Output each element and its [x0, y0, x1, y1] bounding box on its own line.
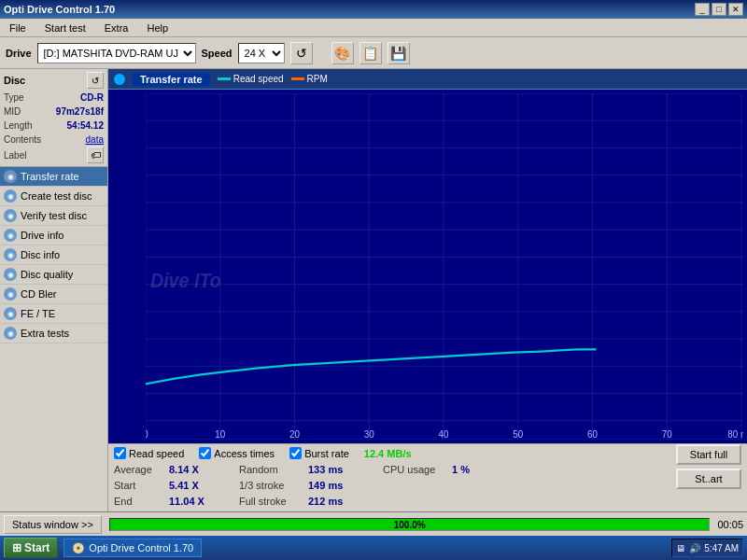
nav-transfer-rate[interactable]: ◉ Transfer rate [0, 167, 107, 187]
chart-header-icon [114, 74, 125, 85]
close-button[interactable]: ✕ [728, 3, 743, 16]
disc-length-row: Length 54:54.12 [4, 119, 104, 133]
stroke13-value: 149 ms [308, 478, 364, 493]
nav-transfer-rate-label: Transfer rate [21, 171, 79, 182]
drive-select[interactable]: [D:] MATSHITA DVD-RAM UJ-851S 1.50 [37, 43, 196, 63]
svg-text:40: 40 [439, 427, 449, 440]
disc-refresh-button[interactable]: ↺ [87, 72, 104, 89]
average-value: 8.14 X [169, 462, 220, 477]
app-title: Opti Drive Control 1.70 [4, 4, 115, 15]
nav-cd-bler[interactable]: ◉ CD Bler [0, 285, 107, 304]
svg-text:10: 10 [215, 427, 225, 440]
chart-svg: 48 X 44 X 40 X 36 X 32 X 28 X 24 X 20 X … [146, 93, 743, 440]
fullstroke-label: Full stroke [239, 494, 304, 509]
stop-button[interactable]: St..art [676, 469, 741, 489]
stat-col-mid: Random 133 ms 1/3 stroke 149 ms Full str… [239, 462, 364, 509]
nav-drive-info[interactable]: ◉ Drive info [0, 226, 107, 245]
svg-text:30: 30 [364, 427, 374, 440]
cpu-label: CPU usage [383, 462, 448, 477]
network-icon: 🖥 [676, 543, 685, 553]
disc-quality-icon: ◉ [4, 268, 17, 281]
verify-test-icon: ◉ [4, 209, 17, 222]
copy-button[interactable]: 📋 [359, 42, 382, 64]
disc-mid-value: 97m27s18f [56, 105, 104, 119]
save-button[interactable]: 💾 [388, 42, 410, 64]
menu-file[interactable]: File [4, 21, 32, 35]
title-controls: _ □ ✕ [695, 3, 743, 16]
start-full-button[interactable]: Start full [676, 444, 741, 465]
minimize-button[interactable]: _ [695, 3, 710, 16]
disc-type-value: CD-R [80, 91, 104, 105]
color-button[interactable]: 🎨 [331, 42, 354, 64]
taskbar-right: 🖥 🔊 5:47 AM [671, 539, 743, 557]
speed-select[interactable]: 24 X [238, 43, 285, 63]
cd-bler-icon: ◉ [4, 287, 17, 301]
read-speed-checkbox[interactable]: Read speed [114, 447, 184, 459]
toolbar: Drive [D:] MATSHITA DVD-RAM UJ-851S 1.50… [0, 37, 747, 69]
nav-disc-info[interactable]: ◉ Disc info [0, 245, 107, 265]
menu-bar: File Start test Extra Help [0, 19, 747, 37]
nav-create-test-label: Create test disc [21, 190, 92, 202]
svg-text:20: 20 [289, 427, 300, 440]
random-value: 133 ms [308, 462, 364, 477]
chart-area: 48 X 44 X 40 X 36 X 32 X 28 X 24 X 20 X … [108, 90, 747, 443]
taskbar: ⊞ Start 📀 Opti Drive Control 1.70 🖥 🔊 5:… [0, 536, 747, 560]
stat-random-row: Random 133 ms [239, 462, 364, 477]
checkbox-row: Read speed Access times Burst rate 12.4 … [114, 447, 741, 459]
maximize-button[interactable]: □ [712, 3, 726, 16]
legend-read-speed-label: Read speed [233, 74, 284, 84]
chart-header: Transfer rate Read speed RPM [108, 69, 747, 90]
read-speed-check[interactable] [114, 447, 126, 459]
svg-text:70: 70 [662, 427, 672, 440]
nav-disc-quality[interactable]: ◉ Disc quality [0, 265, 107, 285]
refresh-button[interactable]: ↺ [290, 42, 313, 64]
taskbar-opti-drive[interactable]: 📀 Opti Drive Control 1.70 [63, 539, 202, 557]
nav-verify-test-disc[interactable]: ◉ Verify test disc [0, 206, 107, 226]
svg-rect-0 [146, 93, 743, 440]
random-label: Random [239, 462, 304, 477]
chart-title: Transfer rate [133, 73, 210, 86]
end-value: 11.04 X [169, 494, 220, 509]
svg-text:Dive ITo: Dive ITo [150, 269, 221, 291]
status-bar: Status window >> 100.0% 00:05 [0, 511, 747, 536]
stat-end-row: End 11.04 X [114, 494, 220, 509]
taskbar-item-label: Opti Drive Control 1.70 [89, 542, 193, 553]
svg-text:80 min: 80 min [727, 427, 743, 440]
stat-col-right: CPU usage 1 % [383, 462, 508, 509]
volume-icon: 🔊 [689, 543, 700, 553]
extra-tests-icon: ◉ [4, 327, 17, 340]
stat-start-row: Start 5.41 X [114, 478, 220, 493]
speed-label: Speed [202, 48, 233, 59]
windows-logo: ⊞ [12, 541, 21, 554]
stop-label: St..art [695, 473, 722, 484]
start-button[interactable]: ⊞ Start [4, 538, 58, 558]
menu-extra[interactable]: Extra [99, 21, 134, 35]
cpu-value: 1 % [452, 462, 508, 477]
nav-fe-te-label: FE / TE [21, 308, 55, 319]
clock-time: 5:47 AM [704, 543, 739, 553]
chart-legend: Read speed RPM [218, 74, 328, 84]
create-test-icon: ◉ [4, 189, 17, 203]
disc-type-row: Type CD-R [4, 91, 104, 105]
fullstroke-value: 212 ms [308, 494, 364, 509]
menu-start-test[interactable]: Start test [39, 21, 92, 35]
status-window-button[interactable]: Status window >> [4, 515, 102, 534]
access-times-checkbox[interactable]: Access times [199, 447, 275, 459]
disc-contents-value[interactable]: data [86, 133, 104, 147]
legend-read-speed-color [218, 77, 231, 80]
burst-rate-check[interactable] [289, 447, 302, 459]
nav-verify-test-label: Verify test disc [21, 210, 87, 221]
svg-text:0: 0 [146, 427, 148, 440]
disc-section: Disc ↺ Type CD-R MID 97m27s18f Length 54… [0, 69, 107, 167]
disc-label-button[interactable]: 🏷 [87, 147, 104, 163]
nav-create-test-disc[interactable]: ◉ Create test disc [0, 187, 107, 206]
nav-disc-info-label: Disc info [21, 249, 60, 260]
nav-fe-te[interactable]: ◉ FE / TE [0, 304, 107, 324]
disc-label-label: Label [4, 148, 26, 162]
access-times-check[interactable] [199, 447, 211, 459]
burst-rate-checkbox[interactable]: Burst rate [289, 447, 349, 459]
nav-extra-tests[interactable]: ◉ Extra tests [0, 324, 107, 343]
disc-header: Disc ↺ [4, 72, 104, 89]
menu-help[interactable]: Help [141, 21, 174, 35]
disc-title: Disc [4, 75, 25, 86]
